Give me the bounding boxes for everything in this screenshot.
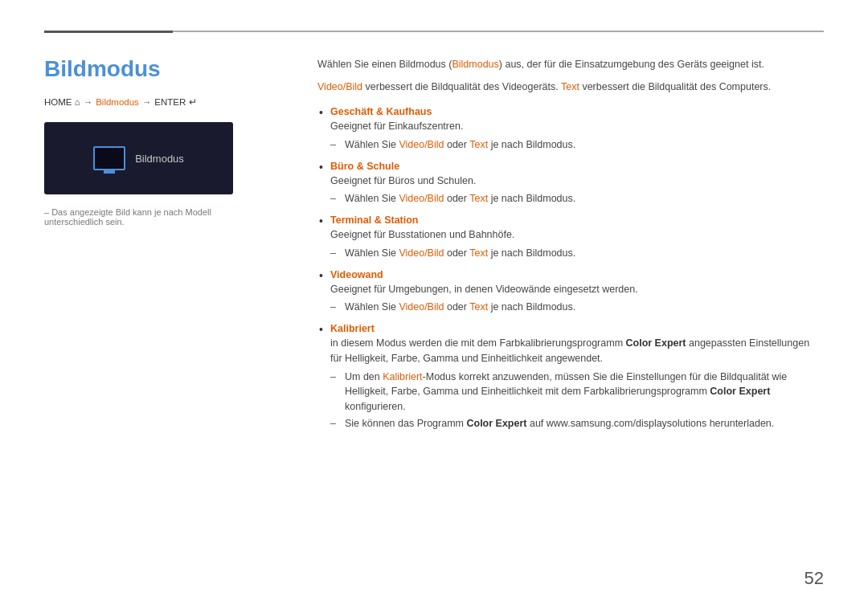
monitor-icon bbox=[93, 146, 125, 170]
desc-terminal: Geeignet für Busstationen und Bahnhöfe. bbox=[330, 227, 824, 243]
bold-colorexpert: Color Expert bbox=[626, 337, 686, 349]
caption-note: – Das angezeigte Bild kann je nach Model… bbox=[44, 207, 269, 227]
breadcrumb-enter: ENTER ↵ bbox=[154, 96, 196, 108]
sub-link-vb: Video/Bild bbox=[399, 301, 444, 313]
left-panel: Bildmodus HOME ⌂ → Bildmodus → ENTER ↵ B… bbox=[44, 56, 269, 439]
list-item: Kalibriert in diesem Modus werden die mi… bbox=[317, 323, 824, 431]
sub-list: Wählen Sie Video/Bild oder Text je nach … bbox=[330, 191, 824, 206]
intro-line1: Wählen Sie einen Bildmodus (Bildmodus) a… bbox=[317, 56, 824, 72]
intro-line1-before: Wählen Sie einen Bildmodus ( bbox=[317, 59, 452, 70]
page-container: Bildmodus HOME ⌂ → Bildmodus → ENTER ↵ B… bbox=[0, 0, 868, 613]
page-title: Bildmodus bbox=[44, 56, 269, 82]
intro-link-bildmodus: Bildmodus bbox=[452, 59, 498, 70]
sub-link-t: Text bbox=[469, 193, 488, 204]
term-terminal: Terminal & Station bbox=[330, 215, 824, 226]
breadcrumb-arrow1: → bbox=[84, 97, 93, 107]
sub-item: Wählen Sie Video/Bild oder Text je nach … bbox=[330, 300, 824, 315]
list-item: Terminal & Station Geeignet für Busstati… bbox=[317, 215, 824, 261]
content-wrapper: Bildmodus HOME ⌂ → Bildmodus → ENTER ↵ B… bbox=[44, 56, 824, 439]
list-item: Videowand Geeignet für Umgebungen, in de… bbox=[317, 269, 824, 316]
desc-videowand: Geeignet für Umgebungen, in denen Videow… bbox=[330, 282, 824, 297]
intro-link-text: Text bbox=[561, 81, 579, 92]
intro-line1-after: ) aus, der für die Einsatzumgebung des G… bbox=[499, 59, 764, 70]
desc-buero: Geeignet für Büros und Schulen. bbox=[330, 174, 824, 189]
top-line-accent bbox=[44, 31, 173, 33]
term-kalibriert: Kalibriert bbox=[330, 323, 824, 334]
breadcrumb-link: Bildmodus bbox=[96, 97, 139, 107]
term-videowand: Videowand bbox=[330, 269, 824, 280]
bold-colorexpert2: Color Expert bbox=[710, 386, 770, 397]
bullet-list: Geschäft & Kaufhaus Geeignet für Einkauf… bbox=[317, 106, 824, 431]
intro-link-videobild: Video/Bild bbox=[317, 81, 362, 92]
sub-list: Um den Kalibriert-Modus korrekt anzuwend… bbox=[330, 370, 824, 431]
desc-kalibriert: in diesem Modus werden die mit dem Farbk… bbox=[330, 336, 824, 366]
sub-link-vb: Video/Bild bbox=[399, 139, 444, 150]
sub-list: Wählen Sie Video/Bild oder Text je nach … bbox=[330, 246, 824, 261]
sub-item: Wählen Sie Video/Bild oder Text je nach … bbox=[330, 191, 824, 206]
sub-link-vb: Video/Bild bbox=[399, 247, 444, 259]
sub-item: Um den Kalibriert-Modus korrekt anzuwend… bbox=[330, 370, 824, 415]
intro-line2-mid: verbessert die Bildqualität des Videoger… bbox=[362, 81, 561, 92]
intro-line2-after: verbessert die Bildqualität des Computer… bbox=[579, 81, 771, 92]
term-buero: Büro & Schule bbox=[330, 161, 824, 172]
sub-link-t: Text bbox=[469, 301, 488, 313]
term-geschaeft: Geschäft & Kaufhaus bbox=[330, 106, 824, 117]
sub-link-t: Text bbox=[469, 139, 488, 150]
sub-list: Wählen Sie Video/Bild oder Text je nach … bbox=[330, 300, 824, 315]
sub-link-t: Text bbox=[469, 247, 488, 259]
sub-list: Wählen Sie Video/Bild oder Text je nach … bbox=[330, 137, 824, 153]
right-panel: Wählen Sie einen Bildmodus (Bildmodus) a… bbox=[317, 56, 824, 439]
sub-item: Wählen Sie Video/Bild oder Text je nach … bbox=[330, 137, 824, 153]
desc-geschaeft: Geeignet für Einkaufszentren. bbox=[330, 119, 824, 134]
bold-colorexpert3: Color Expert bbox=[466, 418, 526, 429]
intro-line2: Video/Bild verbessert die Bildqualität d… bbox=[317, 79, 824, 95]
sub-link-vb: Video/Bild bbox=[399, 193, 444, 204]
list-item: Büro & Schule Geeignet für Büros und Sch… bbox=[317, 161, 824, 207]
breadcrumb-home: HOME ⌂ bbox=[44, 97, 80, 107]
breadcrumb: HOME ⌂ → Bildmodus → ENTER ↵ bbox=[44, 96, 269, 108]
monitor-box: Bildmodus bbox=[44, 122, 233, 194]
page-number: 52 bbox=[805, 568, 824, 589]
sub-item: Sie können das Programm Color Expert auf… bbox=[330, 416, 824, 431]
sub-link-kalibriert: Kalibriert bbox=[383, 371, 422, 382]
list-item: Geschäft & Kaufhaus Geeignet für Einkauf… bbox=[317, 106, 824, 153]
sub-item: Wählen Sie Video/Bild oder Text je nach … bbox=[330, 246, 824, 261]
breadcrumb-arrow2: → bbox=[142, 97, 152, 107]
monitor-label: Bildmodus bbox=[135, 153, 184, 165]
